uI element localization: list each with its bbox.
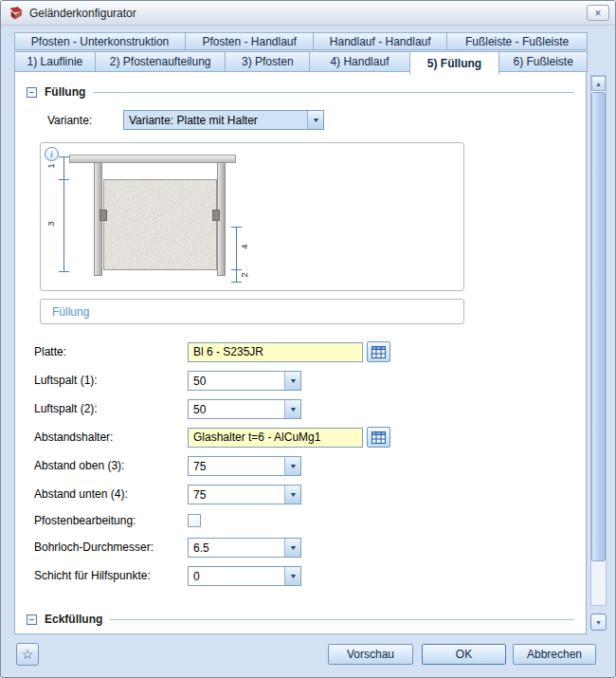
luftspalt2-dropdown[interactable]: 50 ▼ <box>188 399 301 419</box>
tab-label: 2) Pfostenaufteilung <box>110 55 211 68</box>
luftspalt2-label: Luftspalt (2): <box>34 402 188 415</box>
luftspalt2-value: 50 <box>189 400 284 418</box>
dim-tick <box>231 269 242 270</box>
dim-tick <box>59 179 69 180</box>
dim-tick <box>231 227 242 228</box>
dropdown-button[interactable]: ▼ <box>284 539 300 557</box>
preview-caption-box: Füllung <box>40 299 464 324</box>
window-title: Geländerkonfigurator <box>29 7 136 20</box>
vertical-scrollbar[interactable]: ▲ <box>590 75 607 606</box>
tab-label: 5) Füllung <box>427 57 481 70</box>
tab-label: 4) Handlauf <box>330 55 389 68</box>
arrow-down-icon: ▼ <box>595 619 602 626</box>
dropdown-button[interactable]: ▼ <box>284 372 300 390</box>
abstand-unten-dropdown[interactable]: 75 ▼ <box>188 485 301 504</box>
chevron-down-icon: ▼ <box>288 573 297 579</box>
variante-dropdown[interactable]: Variante: Platte mit Halter ▼ <box>123 110 324 130</box>
app-icon <box>9 6 24 21</box>
platte-input[interactable] <box>188 342 363 362</box>
tab-handlauf[interactable]: 4) Handlauf <box>309 51 409 72</box>
tab-pfostenaufteilung[interactable]: 2) Pfostenaufteilung <box>95 51 226 72</box>
chevron-down-icon: ▼ <box>288 377 297 384</box>
dropdown-button[interactable]: ▼ <box>307 111 323 129</box>
field-row-luftspalt2: Luftspalt (2): 50 ▼ <box>34 394 574 423</box>
group-rule <box>93 92 574 93</box>
info-icon[interactable]: i <box>45 147 59 161</box>
variante-value: Variante: Platte mit Halter <box>124 111 307 129</box>
arrow-up-icon: ▲ <box>595 81 602 87</box>
group-rule <box>110 619 574 620</box>
scroll-down-button[interactable]: ▼ <box>590 614 607 631</box>
field-row-luftspalt1: Luftspalt (1): 50 ▼ <box>34 366 574 394</box>
schicht-dropdown[interactable]: 0 ▼ <box>188 566 301 586</box>
tab-fuellung[interactable]: 5) Füllung <box>409 51 500 75</box>
tab-pfosten-unterkonstruktion[interactable]: Pfosten - Unterkonstruktion <box>14 32 186 50</box>
dropdown-button[interactable]: ▼ <box>284 457 300 475</box>
abstandshalter-input[interactable] <box>188 428 363 448</box>
eckfuellung-group-header: − Eckfüllung <box>27 613 574 626</box>
close-icon: ✕ <box>594 9 602 18</box>
field-row-bohrloch: Bohrloch-Durchmesser: 6.5 ▼ <box>34 533 574 561</box>
dim-label-2: 2 <box>240 272 249 277</box>
tab-lauflinie[interactable]: 1) Lauflinie <box>14 51 96 72</box>
table-icon <box>371 346 386 358</box>
luftspalt1-dropdown[interactable]: 50 ▼ <box>188 371 301 391</box>
tab-label: Fußleiste - Fußleiste <box>465 35 569 48</box>
preview-caption: Füllung <box>52 305 89 319</box>
tab-fussleiste-fussleiste[interactable]: Fußleiste - Fußleiste <box>446 32 588 50</box>
table-icon <box>371 431 386 444</box>
tab-fussleiste[interactable]: 6) Fußleiste <box>498 51 588 72</box>
tab-label: 1) Lauflinie <box>27 55 83 68</box>
fuellung-group-title: Füllung <box>45 85 85 99</box>
abstand-unten-label: Abstand unten (4): <box>34 487 188 501</box>
abstand-oben-dropdown[interactable]: 75 ▼ <box>188 456 301 476</box>
tab-pfosten-handlauf[interactable]: Pfosten - Handlauf <box>185 32 314 50</box>
collapse-fuellung-button[interactable]: − <box>27 87 37 98</box>
tab-handlauf-handlauf[interactable]: Handlauf - Handlauf <box>313 32 447 50</box>
dim-tick <box>59 156 69 157</box>
dim-label-3: 3 <box>46 221 56 226</box>
preview-glass-holder-left <box>100 210 107 221</box>
fuellung-panel: − Füllung Variante: Variante: Platte mit… <box>14 71 587 634</box>
dim-tick <box>59 271 69 272</box>
dropdown-button[interactable]: ▼ <box>284 486 300 504</box>
bohrloch-label: Bohrloch-Durchmesser: <box>34 541 188 554</box>
fields: Platte: Luftspalt (1): <box>34 338 574 590</box>
tab-pfosten[interactable]: 3) Pfosten <box>225 51 310 72</box>
abstand-oben-value: 75 <box>189 457 284 475</box>
title-bar[interactable]: Geländerkonfigurator ✕ <box>1 1 615 26</box>
chevron-down-icon: ▼ <box>288 463 297 469</box>
abstand-oben-label: Abstand oben (3): <box>34 459 188 472</box>
pfostenbearbeitung-label: Pfostenbearbeitung: <box>34 514 188 527</box>
luftspalt1-value: 50 <box>189 372 284 390</box>
tab-label: Pfosten - Handlauf <box>202 35 296 48</box>
ok-button[interactable]: OK <box>422 644 506 665</box>
minus-icon: − <box>29 614 35 625</box>
field-row-platte: Platte: <box>34 338 574 366</box>
abbrechen-button[interactable]: Abbrechen <box>513 644 596 665</box>
field-row-abstandshalter: Abstandshalter: <box>34 423 574 451</box>
bohrloch-value: 6.5 <box>189 539 284 557</box>
favorite-button[interactable]: ☆ <box>16 643 39 666</box>
chevron-down-icon: ▼ <box>288 544 297 551</box>
tab-row-steps: 1) Lauflinie 2) Pfostenaufteilung 3) Pfo… <box>14 51 587 72</box>
luftspalt1-label: Luftspalt (1): <box>34 374 188 387</box>
pfostenbearbeitung-checkbox[interactable] <box>188 514 201 527</box>
scrollbar-thumb[interactable] <box>591 92 606 561</box>
dropdown-button[interactable]: ▼ <box>284 567 300 585</box>
dropdown-button[interactable]: ▼ <box>284 400 300 418</box>
eckfuellung-group-title: Eckfüllung <box>45 613 102 626</box>
info-glyph: i <box>50 149 53 159</box>
scroll-up-button[interactable]: ▲ <box>591 76 606 91</box>
preview-infill-panel <box>103 179 217 270</box>
star-icon: ☆ <box>22 647 34 662</box>
collapse-eckfuellung-button[interactable]: − <box>27 614 37 625</box>
close-button[interactable]: ✕ <box>587 5 609 21</box>
platte-browse-button[interactable] <box>367 341 390 362</box>
tab-row-connections: Pfosten - Unterkonstruktion Pfosten - Ha… <box>14 32 587 50</box>
abstandshalter-browse-button[interactable] <box>367 427 390 448</box>
abstand-unten-value: 75 <box>189 486 284 504</box>
bohrloch-dropdown[interactable]: 6.5 ▼ <box>188 538 301 558</box>
vorschau-button[interactable]: Vorschau <box>328 644 413 665</box>
tab-label: Pfosten - Unterkonstruktion <box>31 35 169 48</box>
